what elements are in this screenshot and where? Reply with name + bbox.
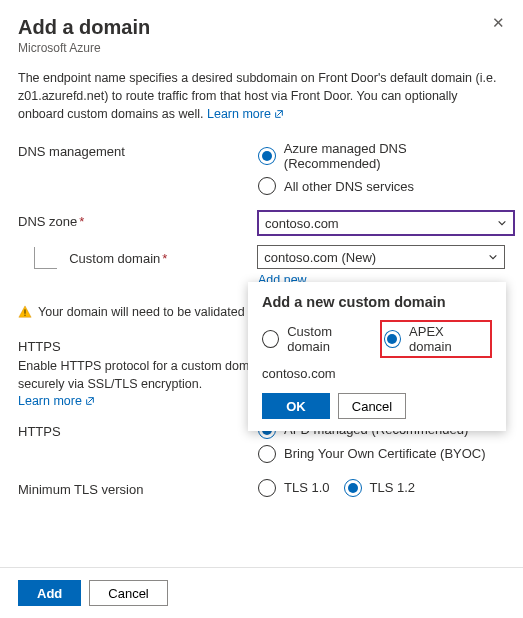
custom-domain-select[interactable]: contoso.com (New): [257, 245, 505, 269]
external-link-icon: [85, 396, 95, 406]
radio-icon: [262, 330, 279, 348]
chevron-down-icon: [488, 252, 498, 262]
footer-bar: Add Cancel: [0, 567, 523, 618]
external-link-icon: [274, 109, 284, 119]
dns-mgmt-azure-option[interactable]: Azure managed DNS (Recommended): [258, 141, 505, 171]
radio-icon: [258, 177, 276, 195]
dns-zone-select[interactable]: contoso.com: [258, 211, 514, 235]
custom-domain-label: Custom domain*: [69, 251, 257, 269]
tree-connector: [34, 247, 57, 269]
radio-icon: [258, 445, 276, 463]
svg-rect-1: [24, 315, 25, 316]
page-subtitle: Microsoft Azure: [18, 41, 505, 55]
popup-cancel-button[interactable]: Cancel: [338, 393, 406, 419]
radio-icon: [344, 479, 362, 497]
popup-custom-option[interactable]: Custom domain: [262, 324, 374, 354]
svg-rect-0: [24, 310, 25, 314]
tls-label: Minimum TLS version: [18, 479, 258, 497]
radio-icon: [384, 330, 401, 348]
apex-highlight: APEX domain: [380, 320, 492, 358]
popup-apex-option[interactable]: APEX domain: [384, 324, 486, 354]
description-text: The endpoint name specifies a desired su…: [18, 69, 505, 123]
radio-icon: [258, 147, 276, 165]
chevron-down-icon: [497, 218, 507, 228]
warning-icon: [18, 305, 32, 319]
page-title: Add a domain: [18, 16, 505, 39]
tls-12-option[interactable]: TLS 1.2: [344, 479, 416, 497]
popup-domain-text: contoso.com: [262, 366, 492, 381]
dns-mgmt-other-option[interactable]: All other DNS services: [258, 177, 505, 195]
https-learn-more-link[interactable]: Learn more: [18, 394, 95, 408]
cancel-button[interactable]: Cancel: [89, 580, 167, 606]
add-button[interactable]: Add: [18, 580, 81, 606]
dns-zone-label: DNS zone*: [18, 211, 258, 229]
popup-ok-button[interactable]: OK: [262, 393, 330, 419]
https-byoc-option[interactable]: Bring Your Own Certificate (BYOC): [258, 445, 505, 463]
learn-more-link[interactable]: Learn more: [207, 107, 284, 121]
https-label: HTTPS: [18, 421, 258, 439]
dns-management-label: DNS management: [18, 141, 258, 159]
tls-10-option[interactable]: TLS 1.0: [258, 479, 330, 497]
add-custom-domain-popup: Add a new custom domain Custom domain AP…: [248, 282, 506, 431]
close-icon[interactable]: ✕: [492, 14, 505, 32]
radio-icon: [258, 479, 276, 497]
popup-title: Add a new custom domain: [262, 294, 492, 310]
